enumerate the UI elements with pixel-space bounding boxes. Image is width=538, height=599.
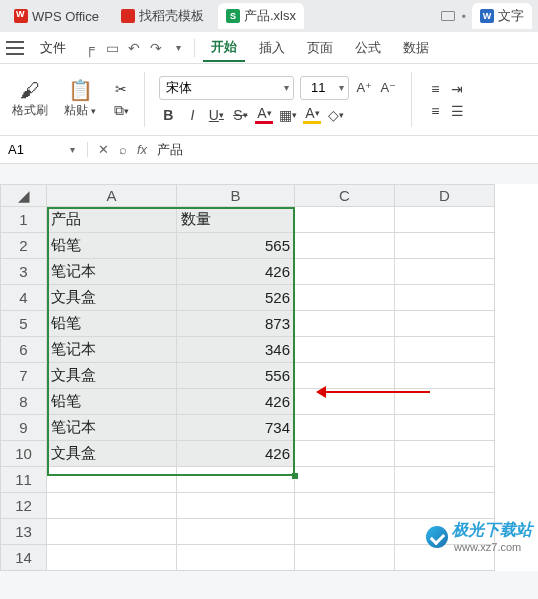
- cell[interactable]: [295, 259, 395, 285]
- undo-icon[interactable]: ↶: [126, 40, 142, 56]
- cell[interactable]: [295, 545, 395, 571]
- row-header[interactable]: 8: [1, 389, 47, 415]
- chevron-down-icon[interactable]: ▾: [280, 82, 293, 93]
- font-name-input[interactable]: [160, 80, 280, 95]
- cell[interactable]: [295, 467, 395, 493]
- select-all-corner[interactable]: ◢: [1, 185, 47, 207]
- app-tab-current-file[interactable]: S 产品.xlsx: [218, 3, 304, 29]
- cell[interactable]: 556: [177, 363, 295, 389]
- cell[interactable]: [295, 337, 395, 363]
- cell[interactable]: 426: [177, 441, 295, 467]
- row-header[interactable]: 10: [1, 441, 47, 467]
- wrap-text-icon[interactable]: ⇥: [448, 80, 466, 98]
- fill-color-button[interactable]: A▾: [303, 106, 321, 124]
- cell[interactable]: 铅笔: [47, 233, 177, 259]
- cell[interactable]: 文具盒: [47, 363, 177, 389]
- cell[interactable]: 数量: [177, 207, 295, 233]
- cell[interactable]: [47, 467, 177, 493]
- cancel-icon[interactable]: ✕: [98, 142, 109, 157]
- italic-button[interactable]: I: [183, 106, 201, 124]
- cell[interactable]: [177, 545, 295, 571]
- cell[interactable]: [295, 493, 395, 519]
- redo-icon[interactable]: ↷: [148, 40, 164, 56]
- col-header-D[interactable]: D: [395, 185, 495, 207]
- row-header[interactable]: 2: [1, 233, 47, 259]
- align-left-icon[interactable]: ≡: [426, 102, 444, 120]
- cell[interactable]: [295, 233, 395, 259]
- cell[interactable]: 铅笔: [47, 311, 177, 337]
- font-color-button[interactable]: A▾: [255, 106, 273, 124]
- cell[interactable]: [395, 441, 495, 467]
- cell[interactable]: [295, 285, 395, 311]
- new-tab-icon[interactable]: ╒: [82, 40, 98, 56]
- fx-icon[interactable]: fx: [137, 142, 147, 157]
- chevron-down-icon[interactable]: ▾: [335, 82, 348, 93]
- cell[interactable]: [295, 415, 395, 441]
- col-header-B[interactable]: B: [177, 185, 295, 207]
- row-header[interactable]: 1: [1, 207, 47, 233]
- zoom-icon[interactable]: ⌕: [119, 142, 127, 157]
- cell[interactable]: 文具盒: [47, 285, 177, 311]
- cell[interactable]: 426: [177, 259, 295, 285]
- tab-data[interactable]: 数据: [395, 35, 437, 61]
- name-box[interactable]: A1 ▾: [0, 142, 88, 157]
- file-menu[interactable]: 文件: [30, 36, 76, 60]
- cell[interactable]: 铅笔: [47, 389, 177, 415]
- cell[interactable]: [295, 363, 395, 389]
- font-size-input[interactable]: [301, 80, 335, 95]
- cut-icon[interactable]: ✂: [112, 80, 130, 98]
- cell[interactable]: 873: [177, 311, 295, 337]
- cell[interactable]: [295, 311, 395, 337]
- cell[interactable]: [395, 337, 495, 363]
- font-name-box[interactable]: ▾: [159, 76, 294, 100]
- cell[interactable]: [177, 467, 295, 493]
- cell[interactable]: [47, 493, 177, 519]
- strike-button[interactable]: S▾: [231, 106, 249, 124]
- tab-page[interactable]: 页面: [299, 35, 341, 61]
- col-header-A[interactable]: A: [47, 185, 177, 207]
- row-header[interactable]: 6: [1, 337, 47, 363]
- cell[interactable]: [295, 519, 395, 545]
- tab-insert[interactable]: 插入: [251, 35, 293, 61]
- cell[interactable]: [47, 545, 177, 571]
- selection-handle[interactable]: [292, 473, 298, 479]
- underline-button[interactable]: U▾: [207, 106, 225, 124]
- row-header[interactable]: 4: [1, 285, 47, 311]
- cell[interactable]: 426: [177, 389, 295, 415]
- cell[interactable]: 565: [177, 233, 295, 259]
- save-icon[interactable]: ▭: [104, 40, 120, 56]
- tab-start[interactable]: 开始: [203, 34, 245, 62]
- format-painter-group[interactable]: 🖌 格式刷: [8, 68, 52, 131]
- cell[interactable]: [295, 441, 395, 467]
- row-header[interactable]: 9: [1, 415, 47, 441]
- highlight-button[interactable]: ◇▾: [327, 106, 345, 124]
- cell[interactable]: [395, 415, 495, 441]
- window-restore-icon[interactable]: [441, 11, 455, 21]
- cell[interactable]: [395, 493, 495, 519]
- col-header-C[interactable]: C: [295, 185, 395, 207]
- tab-formula[interactable]: 公式: [347, 35, 389, 61]
- row-header[interactable]: 7: [1, 363, 47, 389]
- cell[interactable]: [395, 467, 495, 493]
- row-header[interactable]: 13: [1, 519, 47, 545]
- copy-icon[interactable]: ⧉▾: [112, 102, 130, 120]
- cell[interactable]: 346: [177, 337, 295, 363]
- cell[interactable]: 文具盒: [47, 441, 177, 467]
- spreadsheet-grid[interactable]: ◢ A B C D 1 产品 数量 2 铅笔 565 3 笔记本 426 4 文…: [0, 184, 538, 571]
- cell[interactable]: 734: [177, 415, 295, 441]
- cell[interactable]: 笔记本: [47, 337, 177, 363]
- cell[interactable]: [395, 259, 495, 285]
- cell[interactable]: [395, 363, 495, 389]
- paste-group[interactable]: 📋 粘贴 ▾: [60, 68, 100, 131]
- cell[interactable]: [395, 233, 495, 259]
- cell[interactable]: 笔记本: [47, 259, 177, 285]
- font-size-box[interactable]: ▾: [300, 76, 349, 100]
- cell[interactable]: [395, 207, 495, 233]
- hamburger-icon[interactable]: [6, 41, 24, 55]
- cell[interactable]: [47, 519, 177, 545]
- row-header[interactable]: 14: [1, 545, 47, 571]
- cell[interactable]: 526: [177, 285, 295, 311]
- app-tab-doc[interactable]: W 文字: [472, 3, 532, 29]
- decrease-font-icon[interactable]: A⁻: [379, 79, 397, 97]
- align-top-icon[interactable]: ≡: [426, 80, 444, 98]
